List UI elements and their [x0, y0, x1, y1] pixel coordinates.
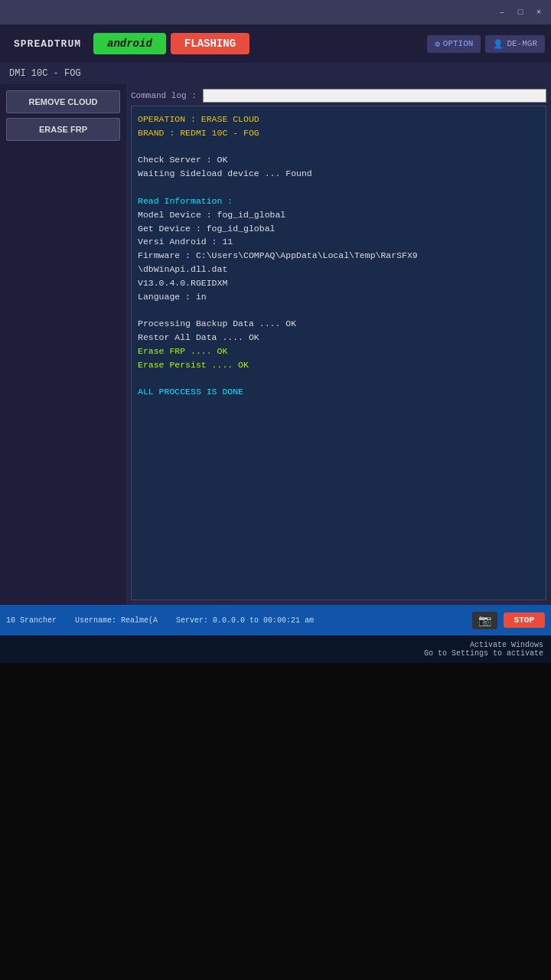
demgr-label: DE-MGR	[507, 39, 537, 48]
app-window: – □ × SPREADTRUM android FLASHING ⚙ OPTI…	[0, 0, 551, 635]
option-icon: ⚙	[435, 39, 440, 49]
maximize-button[interactable]: □	[514, 6, 527, 18]
android-tab[interactable]: android	[93, 33, 166, 54]
log-line: Processing Backup Data .... OK	[138, 317, 540, 331]
nav-bar: SPREADTRUM android FLASHING ⚙ OPTION 👤 D…	[0, 24, 551, 63]
log-header: Command log :	[131, 89, 546, 103]
taskbar: Activate Windows Go to Settings to activ…	[0, 635, 551, 663]
flashing-tab[interactable]: FLASHING	[171, 33, 249, 54]
camera-button[interactable]: 📷	[472, 612, 497, 629]
log-label: Command log :	[131, 91, 197, 100]
log-line	[138, 181, 540, 194]
erase-frp-button[interactable]: ERASE FRP	[6, 118, 120, 141]
log-line: ALL PROCCESS IS DONE	[138, 385, 540, 399]
log-line: Model Device : fog_id_global	[138, 208, 540, 222]
option-button[interactable]: ⚙ OPTION	[427, 35, 481, 53]
bottom-info: 10 Srancher Username: Realme(A Server: 0…	[6, 616, 466, 625]
log-line	[138, 371, 540, 385]
log-line	[138, 140, 540, 154]
activate-goto: Go to Settings to activate	[424, 649, 543, 658]
user-info: Username: Realme(A	[75, 616, 158, 625]
log-line: Read Information :	[138, 194, 540, 208]
log-line: OPERATION : ERASE CLOUD	[138, 113, 540, 126]
device-name: DMI 10C - FOG	[9, 68, 81, 79]
scratcher-info: 10 Srancher	[6, 616, 57, 625]
log-line: Check Server : OK	[138, 153, 540, 167]
demgr-icon: 👤	[493, 39, 504, 49]
log-line: BRAND : REDMI 10C - FOG	[138, 126, 540, 140]
log-line: Erase Persist .... OK	[138, 358, 540, 372]
log-line: \dbWinApi.dll.dat	[138, 263, 540, 276]
sidebar: REMOVE CLOUD ERASE FRP	[0, 84, 126, 605]
activate-title: Activate Windows	[424, 641, 543, 649]
log-line: Waiting Sideload device ... Found	[138, 167, 540, 181]
title-bar: – □ ×	[0, 0, 551, 24]
log-area: Command log : OPERATION : ERASE CLOUDBRA…	[126, 84, 551, 605]
stop-button[interactable]: STOP	[504, 612, 545, 628]
minimize-button[interactable]: –	[496, 6, 508, 18]
log-line: V13.0.4.0.RGEIDXM	[138, 276, 540, 290]
remove-cloud-button[interactable]: REMOVE CLOUD	[6, 90, 120, 113]
sub-header: DMI 10C - FOG	[0, 63, 551, 84]
log-line	[138, 303, 540, 317]
log-line: Versi Android : 11	[138, 235, 540, 249]
main-area: REMOVE CLOUD ERASE FRP Command log : OPE…	[0, 84, 551, 605]
log-line: Restor All Data .... OK	[138, 331, 540, 345]
log-console[interactable]: OPERATION : ERASE CLOUDBRAND : REDMI 10C…	[131, 106, 546, 600]
close-button[interactable]: ×	[533, 6, 545, 18]
bottom-bar: 10 Srancher Username: Realme(A Server: 0…	[0, 605, 551, 635]
demgr-button[interactable]: 👤 DE-MGR	[485, 35, 545, 53]
log-line: Get Device : fog_id_global	[138, 222, 540, 236]
option-label: OPTION	[443, 39, 474, 48]
log-input[interactable]	[203, 89, 546, 103]
brand-label: SPREADTRUM	[6, 34, 89, 54]
log-line: Erase FRP .... OK	[138, 345, 540, 358]
server-info: Server: 0.0.0.0 to 00:00:21 am	[176, 616, 314, 625]
desk-area	[0, 663, 551, 980]
log-line: Firmware : C:\Users\COMPAQ\AppData\Local…	[138, 249, 540, 263]
activate-windows-text: Activate Windows Go to Settings to activ…	[424, 641, 543, 658]
log-line: Language : in	[138, 290, 540, 304]
